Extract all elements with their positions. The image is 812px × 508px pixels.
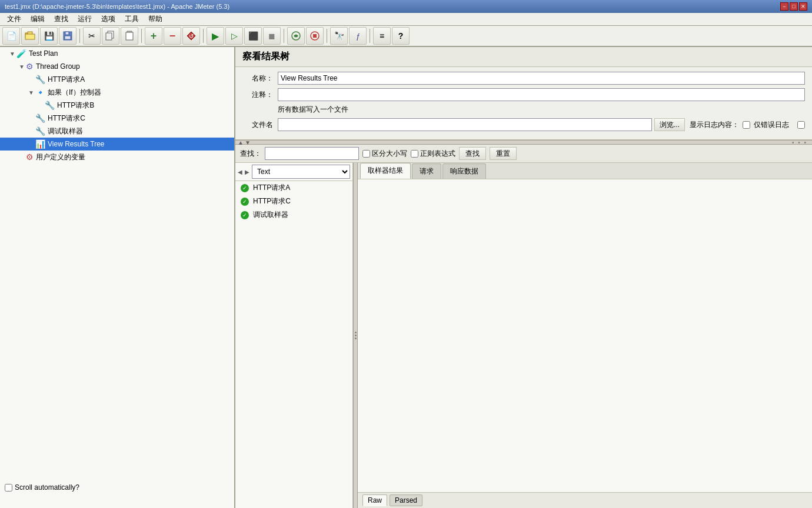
success-icon-debug: ✓: [241, 211, 249, 219]
tree-item-view-results-tree[interactable]: 📊 View Results Tree: [0, 138, 234, 151]
regex-label[interactable]: 正则表达式: [411, 149, 455, 159]
menu-options[interactable]: 选项: [96, 13, 120, 25]
content-panel: 察看结果树 名称： 注释： 所有数据写入一个文件 文件名 浏览...: [235, 47, 812, 508]
tree-item-test-plan[interactable]: ▼ 🧪 Test Plan: [0, 47, 234, 60]
remote-stop-button[interactable]: [306, 27, 324, 45]
search-label: 查找：: [240, 149, 261, 159]
tab-response-data[interactable]: 响应数据: [442, 163, 486, 179]
comment-input[interactable]: [278, 88, 805, 101]
bottom-tab-parsed[interactable]: Parsed: [390, 494, 422, 506]
new-button[interactable]: 📄: [2, 27, 20, 45]
bottom-bar: Raw Parsed: [358, 492, 812, 508]
format-select[interactable]: Text JSON XML HTML: [252, 165, 350, 179]
toolbar-separator-6: [370, 29, 370, 43]
result-label-http-a: HTTP请求A: [253, 183, 290, 193]
save-button[interactable]: [59, 27, 76, 45]
remote-start-button[interactable]: [287, 27, 305, 45]
menu-help[interactable]: 帮助: [144, 13, 167, 25]
menu-edit[interactable]: 编辑: [26, 13, 49, 25]
format-row: ◀ ▶ Text JSON XML HTML: [235, 163, 352, 181]
cut-button[interactable]: ✂: [83, 27, 101, 45]
tree-item-user-defined-vars[interactable]: ⚙ 用户定义的变量: [0, 151, 234, 163]
collapse-right-icon[interactable]: ▶: [245, 169, 249, 175]
http-c-icon: 🔧: [35, 113, 45, 123]
tree-label-http-b: HTTP请求B: [57, 101, 94, 111]
result-item-debug-sampler[interactable]: ✓ 调试取样器: [235, 208, 352, 222]
case-sensitive-label[interactable]: 区分大小写: [362, 149, 407, 159]
function-helper-button[interactable]: ƒ: [349, 27, 367, 45]
open-button[interactable]: [21, 27, 39, 45]
display-log-label: 显示日志内容：: [690, 120, 739, 130]
tree-panel: ▼ 🧪 Test Plan ▼ ⚙ Thread Group 🔧 HTTP请求A…: [0, 47, 235, 508]
regex-checkbox[interactable]: [411, 150, 418, 158]
copy-button[interactable]: [102, 27, 119, 45]
menu-tools[interactable]: 工具: [120, 13, 144, 25]
result-label-http-c: HTTP请求C: [253, 196, 291, 206]
tree-item-thread-group[interactable]: ▼ ⚙ Thread Group: [0, 60, 234, 73]
bottom-tabs: Raw Parsed: [362, 494, 422, 506]
form-area: 名称： 注释： 所有数据写入一个文件 文件名 浏览... 显示日志内容： 仅: [235, 67, 812, 140]
menu-file[interactable]: 文件: [2, 13, 26, 25]
toggle-thread-group[interactable]: ▼: [19, 63, 26, 70]
menu-run[interactable]: 运行: [73, 13, 96, 25]
extra-checkbox[interactable]: [797, 121, 805, 129]
binoculars-button[interactable]: 🔭: [330, 27, 348, 45]
case-sensitive-checkbox[interactable]: [362, 150, 370, 158]
close-button[interactable]: ✕: [799, 2, 807, 11]
minimize-button[interactable]: −: [780, 2, 788, 11]
tree-label-thread-group: Thread Group: [36, 62, 80, 71]
save-template-button[interactable]: 💾: [40, 27, 58, 45]
result-item-http-a[interactable]: ✓ HTTP请求A: [235, 181, 352, 195]
help-button[interactable]: ?: [392, 27, 410, 45]
shutdown-button[interactable]: ◼: [263, 27, 281, 45]
name-input[interactable]: [278, 72, 805, 85]
tab-request[interactable]: 请求: [412, 163, 441, 179]
tab-sampler-result[interactable]: 取样器结果: [360, 163, 411, 179]
tree-item-http-a[interactable]: 🔧 HTTP请求A: [0, 73, 234, 86]
write-data-row: 所有数据写入一个文件: [242, 105, 805, 115]
comment-label: 注释：: [242, 90, 278, 100]
add-button[interactable]: +: [145, 27, 162, 45]
toggle-if-controller[interactable]: ▼: [28, 89, 35, 96]
file-input[interactable]: [278, 118, 652, 131]
bottom-tab-raw[interactable]: Raw: [362, 494, 387, 506]
collapse-left-icon[interactable]: ◀: [238, 169, 242, 175]
file-row: 文件名 浏览... 显示日志内容： 仅错误日志: [242, 118, 805, 131]
log-viewer-button[interactable]: ≡: [373, 27, 391, 45]
search-input[interactable]: [265, 147, 359, 160]
remove-button[interactable]: −: [164, 27, 181, 45]
main-layout: ▼ 🧪 Test Plan ▼ ⚙ Thread Group 🔧 HTTP请求A…: [0, 47, 812, 508]
vsplit-dot-3: [355, 337, 357, 339]
toggle-test-plan[interactable]: ▼: [9, 51, 16, 57]
tree-item-http-c[interactable]: 🔧 HTTP请求C: [0, 112, 234, 125]
tree-label-http-a: HTTP请求A: [48, 75, 85, 85]
stop-button[interactable]: ⬛: [244, 27, 262, 45]
tree-item-if-controller[interactable]: ▼ 🔹 如果（If）控制器: [0, 86, 234, 99]
vertical-splitter[interactable]: [353, 163, 358, 508]
tree-label-user-defined-vars: 用户定义的变量: [36, 152, 85, 162]
start-no-pause-button[interactable]: ▷: [225, 27, 243, 45]
vsplit-dot-2: [355, 335, 357, 336]
tree-label-view-results-tree: View Results Tree: [48, 140, 105, 148]
detail-panel: 取样器结果 请求 响应数据 Raw Parsed: [358, 163, 812, 508]
find-button[interactable]: 查找: [459, 147, 486, 160]
top-splitter[interactable]: ▲ ▼ • • •: [235, 140, 812, 145]
paste-button[interactable]: [121, 27, 138, 45]
errors-only-checkbox[interactable]: [743, 121, 750, 129]
tree-item-http-b[interactable]: 🔧 HTTP请求B: [0, 99, 234, 112]
tree-label-debug-sampler: 调试取样器: [48, 126, 83, 136]
maximize-button[interactable]: □: [790, 2, 798, 11]
start-button[interactable]: ▶: [207, 27, 224, 45]
result-item-http-c[interactable]: ✓ HTTP请求C: [235, 195, 352, 208]
toolbar-separator-5: [327, 29, 327, 43]
browse-button[interactable]: 浏览...: [654, 118, 685, 131]
menu-find[interactable]: 查找: [49, 13, 73, 25]
comment-row: 注释：: [242, 88, 805, 101]
svg-text:ƒ: ƒ: [355, 32, 360, 41]
tree-label-if-controller: 如果（If）控制器: [48, 88, 101, 98]
success-icon-http-a: ✓: [241, 184, 249, 192]
tree-item-debug-sampler[interactable]: 🔧 调试取样器: [0, 125, 234, 138]
reset-button[interactable]: 重置: [490, 147, 517, 160]
clear-button[interactable]: ↺: [182, 27, 200, 45]
title-bar-buttons: − □ ✕: [780, 2, 807, 11]
